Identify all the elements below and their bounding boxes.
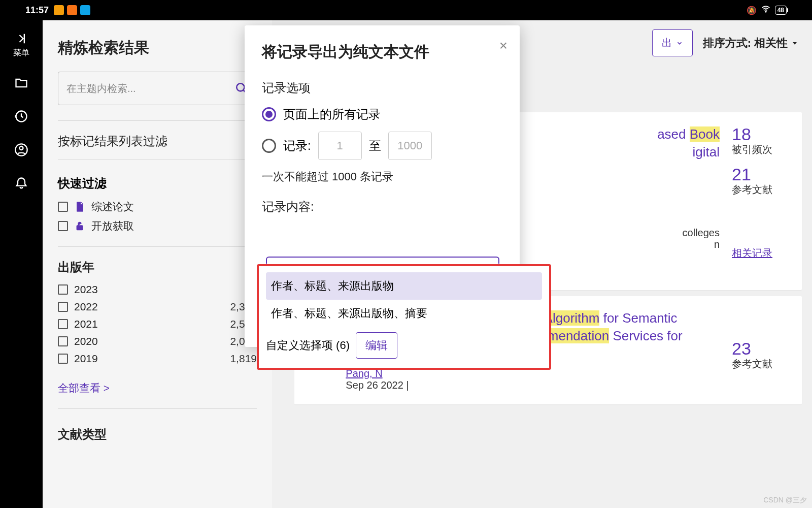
ref-count[interactable]: 21: [732, 166, 788, 183]
svg-point-4: [236, 83, 244, 91]
checkbox[interactable]: [58, 319, 68, 329]
year-label: 2021: [74, 318, 98, 330]
dropdown-top-border: [266, 257, 499, 264]
watermark: CSDN @三夕: [763, 496, 807, 505]
document-icon: [74, 201, 85, 212]
statusbar-right: 🔕 48: [747, 4, 787, 16]
svg-point-3: [20, 146, 23, 150]
radio-icon[interactable]: [262, 139, 276, 153]
dropdown-custom-row: 自定义选择项 (6) 编辑: [266, 332, 542, 359]
cited-count[interactable]: 18: [732, 125, 788, 143]
custom-option-label[interactable]: 自定义选择项 (6): [266, 338, 350, 353]
range-to-input[interactable]: 1000: [388, 132, 432, 160]
sort-dropdown[interactable]: 排序方式: 相关性: [703, 36, 799, 51]
pub-year-heading: 出版年: [58, 259, 257, 275]
dropdown-option-2[interactable]: 作者、标题、来源出版物、摘要: [266, 300, 542, 327]
radio-range[interactable]: 记录: 1 至 1000: [262, 132, 502, 160]
menu-label: 菜单: [13, 48, 29, 58]
unlock-icon: [74, 220, 85, 232]
checkbox[interactable]: [58, 221, 68, 231]
doc-type-heading: 文献类型: [58, 426, 257, 442]
clock: 11:57: [25, 5, 49, 16]
refine-sidebar: 精炼检索结果 按标记结果列表过滤 快速过滤 综述论文 开放获取 出版年 20: [43, 20, 272, 508]
year-count: 1,819: [230, 353, 257, 365]
filter-oa-label: 开放获取: [91, 219, 134, 233]
dropdown-option-1[interactable]: 作者、标题、来源出版物: [266, 272, 542, 300]
bell-icon: [14, 176, 28, 190]
year-label: 2023: [74, 283, 98, 296]
range-from-input[interactable]: 1: [318, 132, 362, 160]
sidebar-title: 精炼检索结果: [58, 38, 257, 58]
sort-prefix: 排序方式:: [703, 36, 751, 51]
ref-count[interactable]: 23: [732, 340, 788, 357]
history-icon: [14, 109, 28, 123]
svg-point-0: [765, 11, 766, 12]
filter-marked-heading: 按标记结果列表过滤: [58, 133, 257, 149]
quick-filter-heading: 快速过滤: [58, 175, 257, 192]
range-hint: 一次不能超过 1000 条记录: [262, 169, 502, 184]
radio-icon[interactable]: [262, 107, 276, 121]
related-records-link[interactable]: 相关记录: [732, 246, 788, 260]
filter-review-label: 综述论文: [91, 200, 134, 214]
export-label: 出: [662, 36, 672, 50]
year-filter-2020[interactable]: 2020 2,092: [58, 335, 257, 347]
chevron-down-icon: [676, 40, 683, 47]
year-filter-2022[interactable]: 2022 2,374: [58, 301, 257, 313]
filter-open-access[interactable]: 开放获取: [58, 219, 257, 233]
alerts-button[interactable]: [14, 176, 28, 193]
modal-title: 将记录导出为纯文本文件: [262, 42, 502, 62]
year-label: 2019: [74, 353, 98, 365]
year-filter-2023[interactable]: 2023: [58, 283, 257, 296]
view-all-years[interactable]: 全部查看 >: [58, 381, 110, 395]
filter-review[interactable]: 综述论文: [58, 200, 257, 214]
checkbox[interactable]: [58, 302, 68, 312]
radio-all-on-page[interactable]: 页面上的所有记录: [262, 106, 502, 122]
profile-button[interactable]: [14, 143, 28, 159]
radio-all-label: 页面上的所有记录: [283, 106, 381, 122]
range-label: 记录:: [283, 138, 311, 154]
topic-search[interactable]: [58, 72, 257, 105]
edit-custom-button[interactable]: 编辑: [356, 332, 397, 359]
wifi-icon: [761, 4, 771, 16]
history-button[interactable]: [14, 109, 28, 125]
mute-icon: 🔕: [747, 6, 757, 15]
record-content-heading: 记录内容:: [262, 199, 502, 215]
status-bar: 11:57 🔕 48: [0, 0, 812, 20]
ref-label: 参考文献: [732, 183, 788, 197]
triangle-down-icon: [791, 39, 799, 47]
result-stats-1: 18 被引频次 21 参考文献 相关记录: [732, 125, 788, 277]
user-icon: [14, 143, 28, 157]
nav-rail: 菜单: [0, 20, 43, 508]
sort-value: 相关性: [754, 36, 788, 51]
range-sep: 至: [369, 138, 381, 154]
checkbox[interactable]: [58, 336, 68, 346]
ref-label: 参考文献: [732, 357, 788, 371]
svg-rect-5: [77, 226, 83, 230]
result-meta-2: Pang, N Sep 26 2022 |: [346, 368, 720, 391]
checkbox[interactable]: [58, 202, 68, 212]
record-options-heading: 记录选项: [262, 80, 502, 96]
year-filter-2021[interactable]: 2021 2,506: [58, 318, 257, 330]
year-filter-2019[interactable]: 2019 1,819: [58, 353, 257, 365]
close-button[interactable]: ×: [499, 38, 507, 54]
result-stats-2: 23 参考文献: [732, 309, 788, 391]
checkbox[interactable]: [58, 284, 68, 295]
search-input[interactable]: [66, 83, 235, 94]
cited-label: 被引频次: [732, 143, 788, 156]
year-label: 2020: [74, 335, 98, 347]
battery-indicator: 48: [775, 6, 787, 15]
checkbox[interactable]: [58, 354, 68, 364]
result-date: Sep 26 2022 |: [346, 379, 409, 391]
menu-button[interactable]: 菜单: [13, 31, 29, 58]
record-content-dropdown: 作者、标题、来源出版物 作者、标题、来源出版物、摘要 自定义选择项 (6) 编辑: [257, 264, 551, 370]
folder-button[interactable]: [14, 76, 28, 92]
chevron-collapse-icon: [14, 31, 28, 46]
export-button[interactable]: 出: [652, 29, 693, 56]
folder-icon: [14, 76, 28, 90]
year-label: 2022: [74, 301, 98, 313]
statusbar-app-icons: [54, 5, 90, 15]
